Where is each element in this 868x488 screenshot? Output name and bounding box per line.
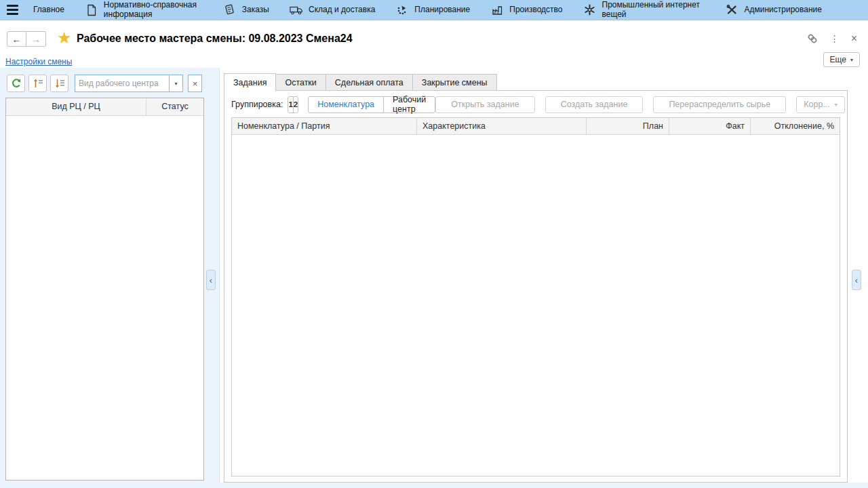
menu-item-label: Склад и доставка <box>309 5 375 15</box>
workcenter-search-input[interactable] <box>75 75 169 92</box>
menu-item-label: Планирование <box>414 5 470 15</box>
group-level-2-button[interactable]: 2 <box>293 96 298 113</box>
main-tabs: Задания Остатки Сдельная оплата Закрытие… <box>224 73 496 91</box>
main-menu-icon[interactable] <box>7 5 18 15</box>
page-title: Рабочее место мастера смены: 09.08.2023 … <box>77 33 353 45</box>
search-clear-button[interactable]: × <box>188 75 202 92</box>
tools-icon <box>726 4 739 16</box>
menu-item-reference-info[interactable]: Нормативно-справочная информация <box>85 1 203 20</box>
tasks-table-header: Номенклатура / Партия Характеристика Пла… <box>232 118 840 135</box>
collapse-all-button[interactable] <box>28 75 47 92</box>
tab-piecework-pay[interactable]: Сдельная оплата <box>326 74 413 91</box>
refresh-button[interactable] <box>7 75 25 92</box>
sections-menu-bar: Главное Нормативно-справочная информация… <box>0 0 868 20</box>
orders-icon <box>223 4 237 16</box>
refresh-icon <box>11 78 22 89</box>
workcenters-list: Вид РЦ / РЦ Статус <box>5 98 204 481</box>
chevron-down-icon: ▾ <box>835 102 837 108</box>
window-controls: ⋮ × <box>806 33 857 45</box>
right-panel-collapse-handle[interactable]: ‹ <box>852 270 861 290</box>
menu-item-label: Производство <box>509 5 562 15</box>
clear-icon: × <box>193 79 198 89</box>
menu-item-orders[interactable]: Заказы <box>223 4 269 16</box>
workcenters-toolbar: ▾ × <box>7 75 202 92</box>
iot-icon <box>583 4 597 16</box>
menu-item-production[interactable]: Производство <box>490 5 562 16</box>
tab-tasks[interactable]: Задания <box>224 73 276 91</box>
column-header-workcenter[interactable]: Вид РЦ / РЦ <box>6 98 146 115</box>
chevron-down-icon: ▾ <box>850 57 853 63</box>
toggle-nomenclature[interactable]: Номенклатура <box>308 96 384 113</box>
more-button[interactable]: Еще ▾ <box>823 52 860 67</box>
left-panel-collapse-handle[interactable]: ‹ <box>206 270 216 290</box>
expand-all-button[interactable] <box>50 75 68 92</box>
menu-item-administration[interactable]: Администрирование <box>726 4 822 16</box>
favorite-star-icon[interactable]: ★ <box>57 28 72 47</box>
column-header-nomenclature[interactable]: Номенклатура / Партия <box>232 118 417 134</box>
expand-tree-icon <box>54 78 65 89</box>
column-header-fact[interactable]: Факт <box>669 118 751 134</box>
workcenters-list-body <box>6 116 203 480</box>
workcenters-panel: ▾ × Вид РЦ / РЦ Статус <box>0 68 220 483</box>
collapse-chevron-icon: ‹ <box>210 275 212 285</box>
more-menu-icon[interactable]: ⋮ <box>830 33 840 44</box>
planning-icon <box>395 5 409 16</box>
column-header-plan[interactable]: План <box>587 118 669 134</box>
menu-item-label: Нормативно-справочная информация <box>104 1 203 20</box>
close-icon[interactable]: × <box>851 33 857 45</box>
tasks-toolbar: Группировка: 1 2 Номенклатура Рабочий це… <box>231 96 840 113</box>
toggle-workcenter[interactable]: Рабочий центр <box>383 96 435 113</box>
tab-shift-closing[interactable]: Закрытие смены <box>412 74 497 91</box>
tasks-tab-content: Группировка: 1 2 Номенклатура Рабочий це… <box>224 90 848 483</box>
workcenter-search: ▾ <box>75 75 183 92</box>
back-button[interactable]: ← <box>7 31 26 47</box>
collapse-chevron-icon: ‹ <box>855 275 858 285</box>
forward-button[interactable]: → <box>26 31 46 47</box>
factory-icon <box>490 5 504 16</box>
open-task-button[interactable]: Открыть задание <box>435 96 534 113</box>
collapse-tree-icon <box>33 78 43 89</box>
menu-item-label: Главное <box>33 5 64 15</box>
shift-settings-link[interactable]: Настройки смены <box>5 57 72 66</box>
tasks-table-body <box>232 135 840 476</box>
menu-item-label: Промышленный интернет вещей <box>602 1 705 20</box>
column-header-deviation[interactable]: Отклонение, % <box>751 118 840 134</box>
menu-item-label: Заказы <box>242 5 269 15</box>
redistribute-materials-button[interactable]: Перераспределить сырье <box>653 96 786 113</box>
chevron-down-icon: ▾ <box>174 81 177 87</box>
history-nav: ← → <box>7 31 46 47</box>
tab-remainders[interactable]: Остатки <box>275 74 326 91</box>
forward-arrow-icon: → <box>31 34 41 45</box>
menu-item-main[interactable]: Главное <box>33 5 64 15</box>
bottom-strip <box>0 483 868 488</box>
workcenters-list-header: Вид РЦ / РЦ Статус <box>6 98 203 116</box>
view-toggle-group: Номенклатура Рабочий центр <box>308 96 435 113</box>
menu-item-industrial-iot[interactable]: Промышленный интернет вещей <box>583 1 705 20</box>
menu-item-planning[interactable]: Планирование <box>395 5 470 16</box>
correction-button-label: Корр... <box>804 100 830 109</box>
truck-icon <box>290 5 303 16</box>
create-task-button[interactable]: Создать задание <box>545 96 644 113</box>
menu-item-warehouse[interactable]: Склад и доставка <box>290 5 375 16</box>
column-header-status[interactable]: Статус <box>146 98 203 115</box>
menu-item-label: Администрирование <box>745 5 822 15</box>
grouping-label: Группировка: <box>231 100 283 109</box>
correction-button[interactable]: Корр... ▾ <box>796 96 845 113</box>
column-header-characteristic[interactable]: Характеристика <box>417 118 587 134</box>
more-button-label: Еще <box>830 55 846 64</box>
link-icon[interactable] <box>806 33 818 45</box>
tasks-table: Номенклатура / Партия Характеристика Пла… <box>231 117 840 476</box>
search-dropdown-button[interactable]: ▾ <box>169 75 182 92</box>
document-icon <box>85 4 98 16</box>
back-arrow-icon: ← <box>12 34 22 45</box>
task-action-buttons: Открыть задание Создать задание Перерасп… <box>435 96 845 113</box>
